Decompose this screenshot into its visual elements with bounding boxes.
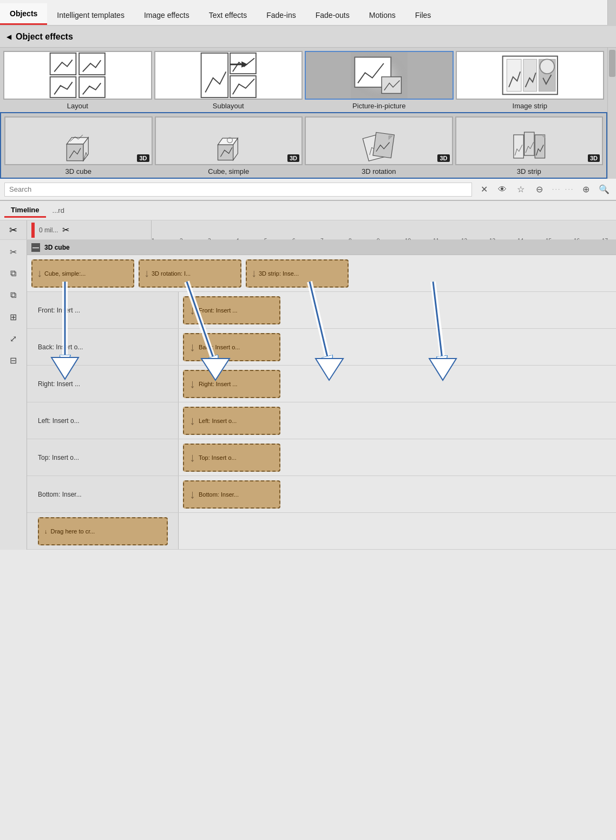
bottom-drop-zone[interactable]: ↓ Bottom: Inser... (183, 480, 280, 509)
tool-minus[interactable]: ⊟ (4, 350, 23, 370)
ruler-13: 13 (489, 238, 495, 240)
bottom-drop-label: Bottom: Inser... (199, 491, 239, 498)
drop-3d-strip[interactable]: ↓ 3D strip: Inse... (246, 259, 349, 288)
3d-rotation-drop-label: 3D rotation: I... (152, 270, 191, 277)
front-insert-label: Front: Insert ... (38, 307, 80, 314)
horiz-drop-cards: ↓ Cube, simple:... ↓ 3D rotation: I... ↓… (27, 255, 616, 292)
effects-area: Layout (0, 48, 616, 179)
sublayout-label: Sublayout (213, 102, 244, 110)
bottom-label: Bottom: Inser... (27, 476, 179, 512)
tool-select[interactable]: ✂ (4, 242, 23, 262)
effects-row-3d: 3D 3D cube 3D (0, 112, 607, 179)
search-input[interactable] (4, 183, 472, 197)
section-title: Object effects (16, 32, 73, 42)
collapse-track-btn[interactable]: — (31, 243, 40, 252)
scrollbar-thumb[interactable] (609, 50, 615, 77)
tool-move[interactable]: ⧉ (4, 264, 23, 283)
track-row-left: Left: Insert o... ↓ Left: Insert o... (27, 402, 616, 439)
ruler-3: 3 (208, 238, 211, 240)
right-drop-zone[interactable]: ↓ Right: Insert ... (183, 370, 280, 398)
top-drop-zone[interactable]: ↓ Top: Insert o... (183, 444, 280, 472)
tool-grid[interactable]: ⊞ (4, 307, 23, 327)
scissors-tool[interactable]: ✂ (9, 224, 17, 236)
left-drop-label: Left: Insert o... (199, 418, 237, 424)
collapse-triangle[interactable]: ◀ (6, 33, 11, 41)
track-row-bottom: Bottom: Inser... ↓ Bottom: Inser... (27, 476, 616, 513)
front-drop-label: Front: Insert ... (199, 307, 238, 314)
image-strip-label: Image strip (513, 102, 547, 110)
right-drop-label: Right: Insert ... (199, 381, 238, 387)
down-arrow-icon-3: ↓ (251, 267, 257, 279)
left-label: Left: Insert o... (27, 402, 179, 439)
effects-scrollbar[interactable] (607, 48, 616, 179)
top-nav: Objects Intelligent templates Image effe… (0, 0, 616, 26)
drop-3d-rotation[interactable]: ↓ 3D rotation: I... (139, 259, 241, 288)
tab-text-effects[interactable]: Text effects (199, 5, 257, 25)
clear-icon[interactable]: ✕ (476, 182, 492, 197)
tab-motions[interactable]: Motions (359, 5, 405, 25)
tab-intelligent-templates[interactable]: Intelligent templates (47, 5, 134, 25)
cut-tool[interactable]: ✂ (62, 225, 69, 235)
insert-arrow-icon-5: ↓ (189, 451, 195, 465)
back-drop-zone[interactable]: ↓ Back: Insert o... (183, 333, 280, 361)
effect-picture-in-picture[interactable]: Picture-in-picture (305, 51, 454, 110)
ruler-6: 6 (292, 238, 296, 240)
favorite-icon[interactable]: ☆ (513, 182, 528, 197)
search-icons: ✕ 👁 ☆ ⊖ · · · · · · ⊕ 🔍 (476, 182, 612, 197)
track-row-top: Top: Insert o... ↓ Top: Insert o... (27, 439, 616, 476)
timeline-area: Timeline ...rd ✂ 0 mil... ✂ 1 2 3 4 (0, 200, 616, 550)
effect-layout[interactable]: Layout (3, 51, 152, 110)
3d-strip-label: 3D strip (517, 167, 541, 175)
timeline-header: Timeline ...rd (0, 201, 616, 220)
tab-image-effects[interactable]: Image effects (134, 5, 199, 25)
tab-files[interactable]: Files (405, 5, 441, 25)
tool-resize[interactable]: ⤢ (4, 329, 23, 348)
drop-cube-simple[interactable]: ↓ Cube, simple:... (31, 259, 134, 288)
3d-rotation-label: 3D rotation (362, 167, 396, 175)
3d-badge-rotation: 3D (437, 154, 449, 162)
timeline-tracks: ✂ ⧉ ⧉ ⊞ ⤢ ⊟ — 3D cube ↓ Cube, simple (0, 240, 616, 550)
cube-simple-drop-label: Cube, simple:... (44, 270, 86, 277)
ruler-10: 10 (405, 238, 411, 240)
effect-sublayout[interactable]: Sublayout (154, 51, 303, 110)
ruler-12: 12 (461, 238, 467, 240)
insert-arrow-icon-4: ↓ (189, 414, 195, 428)
effect-3d-cube[interactable]: 3D 3D cube (4, 116, 153, 175)
effect-3d-strip[interactable]: 3D 3D strip (455, 116, 604, 175)
right-label: Right: Insert ... (27, 366, 179, 402)
tab-fade-outs[interactable]: Fade-outs (306, 5, 359, 25)
front-drop-zone[interactable]: ↓ Front: Insert ... (183, 296, 280, 324)
drag-here-text: Drag here to cr... (51, 528, 95, 535)
add-icon[interactable]: ⊕ (578, 182, 593, 197)
bottom-content: ↓ Bottom: Inser... (179, 476, 616, 512)
drag-here-content (179, 513, 616, 549)
top-content: ↓ Top: Insert o... (179, 439, 616, 476)
3d-badge-strip: 3D (588, 154, 600, 162)
timecode: 0 mil... (39, 226, 58, 234)
left-drop-zone[interactable]: ↓ Left: Insert o... (183, 407, 280, 435)
tool-split[interactable]: ⧉ (4, 285, 23, 305)
track-section-label: 3D cube (44, 244, 70, 251)
effect-cube-simple[interactable]: 3D Cube, simple (155, 116, 303, 175)
ruler-14: 14 (517, 238, 523, 240)
top-scrollbar (607, 0, 616, 25)
ruler-15: 15 (546, 238, 552, 240)
top-label: Top: Insert o... (27, 439, 179, 476)
ruler-17: 17 (602, 238, 608, 240)
effect-3d-rotation[interactable]: 3D 3D rotation (305, 116, 453, 175)
size-slider[interactable]: · · · · · · (552, 186, 573, 192)
section-header: ◀ Object effects (0, 26, 616, 48)
tab-other[interactable]: ...rd (46, 204, 71, 217)
zoom-icon[interactable]: 🔍 (597, 182, 612, 197)
left-insert-label: Left: Insert o... (38, 417, 80, 425)
timeline-ruler: 1 2 3 4 5 6 7 8 9 10 11 12 13 14 15 16 1 (152, 220, 616, 240)
right-content: ↓ Right: Insert ... (179, 366, 616, 402)
tab-timeline[interactable]: Timeline (4, 204, 46, 218)
ruler-11: 11 (433, 238, 439, 240)
effect-image-strip[interactable]: Image strip (456, 51, 605, 110)
drag-here-drop-zone[interactable]: ↓ Drag here to cr... (38, 517, 168, 545)
tab-objects[interactable]: Objects (0, 3, 47, 25)
eye-icon[interactable]: 👁 (495, 182, 510, 197)
tab-fade-ins[interactable]: Fade-ins (257, 5, 305, 25)
minus-icon[interactable]: ⊖ (532, 182, 547, 197)
